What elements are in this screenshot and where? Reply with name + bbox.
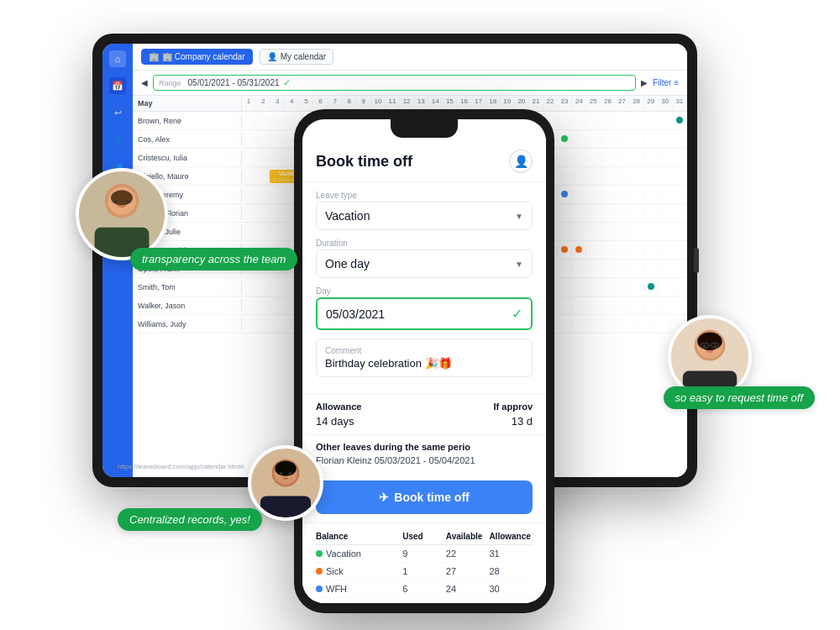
day-28: 28	[630, 96, 644, 111]
col-allowance: Allowance	[489, 532, 533, 541]
balance-row-travel: Travel 4 16 20	[316, 598, 533, 603]
svg-point-4	[111, 190, 133, 206]
day-3: 3	[270, 96, 285, 111]
allowance-header: Allowance If approv	[316, 402, 533, 412]
day-30: 30	[659, 96, 673, 111]
company-calendar-label: 🏢 Company calendar	[162, 52, 245, 61]
day-field: Day 05/03/2021 ✓	[316, 286, 533, 330]
calendar-icon[interactable]: 📅	[109, 77, 126, 94]
phone-notch	[391, 119, 458, 138]
tablet-home-button[interactable]	[694, 248, 699, 273]
my-cal-icon: 👤	[267, 52, 277, 61]
person-name: Cristescu, Iulia	[133, 151, 242, 165]
svg-point-23	[289, 472, 292, 475]
person-name: Smith, Tom	[133, 281, 242, 294]
person-name: Brown, Rene	[133, 114, 242, 128]
person-name: Cos, Alex	[133, 133, 242, 146]
balance-type-sick: Sick	[316, 566, 402, 576]
book-time-off-button[interactable]: ✈ Book time off	[316, 480, 533, 514]
filter-button[interactable]: Filter ≡	[653, 78, 679, 87]
person-icon[interactable]: 👤	[109, 131, 126, 148]
leave-dot	[575, 246, 582, 253]
range-label: Range	[159, 79, 181, 87]
book-button-label: Book time off	[394, 491, 469, 504]
balance-header: Balance Used Available Allowance	[316, 532, 533, 545]
day-25: 25	[586, 96, 601, 111]
allowance-section: Allowance If approv 14 days 13 d	[302, 394, 546, 434]
url-bar: https://leaveboard.com/app/calendar.html…	[133, 463, 244, 470]
prev-arrow[interactable]: ◀	[141, 78, 148, 87]
balance-row-vacation: Vacation 9 22 31	[316, 545, 533, 563]
phone-frame: Book time off 👤 Leave type Vacation ▼	[294, 109, 554, 613]
day-29: 29	[644, 96, 659, 111]
transparency-bubble: transparency across the team	[130, 248, 297, 270]
sick-dot	[316, 568, 323, 575]
phone: Book time off 👤 Leave type Vacation ▼	[294, 109, 554, 613]
day-23: 23	[558, 96, 572, 111]
tablet-sidebar: ⌂ 📅 ↩ 👤 👥 📊	[102, 44, 133, 477]
month-label: May	[133, 96, 242, 111]
my-calendar-tab[interactable]: 👤 My calendar	[260, 49, 333, 65]
day-24: 24	[572, 96, 586, 111]
calendar-toolbar: ◀ Range 05/01/2021 - 05/31/2021 ✓ ▶ Filt…	[133, 71, 687, 96]
balance-row-sick: Sick 1 27 28	[316, 563, 533, 580]
balance-type-travel: Travel	[316, 601, 402, 603]
phone-screen: Book time off 👤 Leave type Vacation ▼	[302, 119, 546, 603]
company-calendar-tab[interactable]: 🏢 🏢 Company calendar	[141, 49, 253, 65]
day-31: 31	[673, 96, 687, 111]
book-header: Book time off 👤	[302, 138, 546, 182]
day-1: 1	[242, 96, 256, 111]
range-value: 05/01/2021 - 05/31/2021	[188, 78, 280, 87]
other-leaves-section: Other leaves during the same perio Flori…	[302, 434, 546, 472]
leave-type-label: Leave type	[316, 191, 533, 200]
other-leaves-title: Other leaves during the same perio	[316, 442, 533, 452]
leave-dot	[561, 191, 568, 197]
comment-label: Comment	[325, 346, 523, 355]
person-name: Walker, Jason	[133, 299, 242, 312]
centralized-text: Centralized records, yes!	[129, 513, 250, 526]
check-icon: ✓	[283, 77, 291, 88]
leave-type-selector[interactable]: Vacation ▼	[316, 202, 533, 230]
duration-field: Duration One day ▼	[316, 239, 533, 278]
transparency-text: transparency across the team	[142, 253, 286, 265]
day-input[interactable]: 05/03/2021 ✓	[316, 297, 533, 330]
my-calendar-label: My calendar	[281, 52, 326, 61]
person-name: Williams, Judy	[133, 318, 242, 331]
dropdown-arrow-icon2: ▼	[515, 260, 523, 269]
easy-text: so easy to request time off	[675, 391, 803, 404]
allowance-if-days: 13 d	[512, 415, 533, 428]
duration-value: One day	[325, 257, 370, 270]
avatar-man	[76, 168, 168, 260]
wfh-dot	[316, 585, 323, 592]
svg-point-22	[280, 472, 283, 475]
leave-dot	[561, 246, 568, 253]
avatar-woman2	[248, 445, 323, 521]
history-icon[interactable]: ↩	[109, 104, 126, 121]
day-26: 26	[601, 96, 615, 111]
home-icon[interactable]: ⌂	[109, 50, 126, 67]
duration-selector[interactable]: One day ▼	[316, 249, 533, 278]
woman2-avatar-image	[251, 449, 320, 517]
easy-bubble: so easy to request time off	[664, 386, 815, 409]
col-used: Used	[402, 532, 446, 541]
day-value: 05/03/2021	[326, 307, 385, 321]
phone-content: Book time off 👤 Leave type Vacation ▼	[302, 138, 546, 603]
send-icon: ✈	[379, 491, 389, 504]
comment-input[interactable]: Comment Birthday celebration 🎉🎁	[316, 339, 533, 377]
date-range-input[interactable]: Range 05/01/2021 - 05/31/2021 ✓	[153, 75, 636, 91]
form-section: Leave type Vacation ▼ Duration One day ▼	[302, 182, 546, 394]
balance-type-wfh: WFH	[316, 584, 402, 594]
top-bar: 🏢 🏢 Company calendar 👤 My calendar	[133, 44, 687, 71]
comment-field: Comment Birthday celebration 🎉🎁	[316, 339, 533, 377]
day-label: Day	[316, 286, 533, 296]
leave-type-value: Vacation	[325, 209, 370, 223]
svg-point-6	[127, 200, 130, 203]
allowance-days: 14 days	[316, 415, 354, 428]
centralized-bubble: Centralized records, yes!	[118, 508, 262, 531]
next-arrow[interactable]: ▶	[641, 78, 648, 87]
company-icon: 🏢	[149, 52, 159, 61]
leave-dot	[676, 117, 683, 123]
svg-point-5	[114, 200, 118, 203]
day-2: 2	[256, 96, 270, 111]
person-avatar-icon[interactable]: 👤	[509, 150, 533, 173]
